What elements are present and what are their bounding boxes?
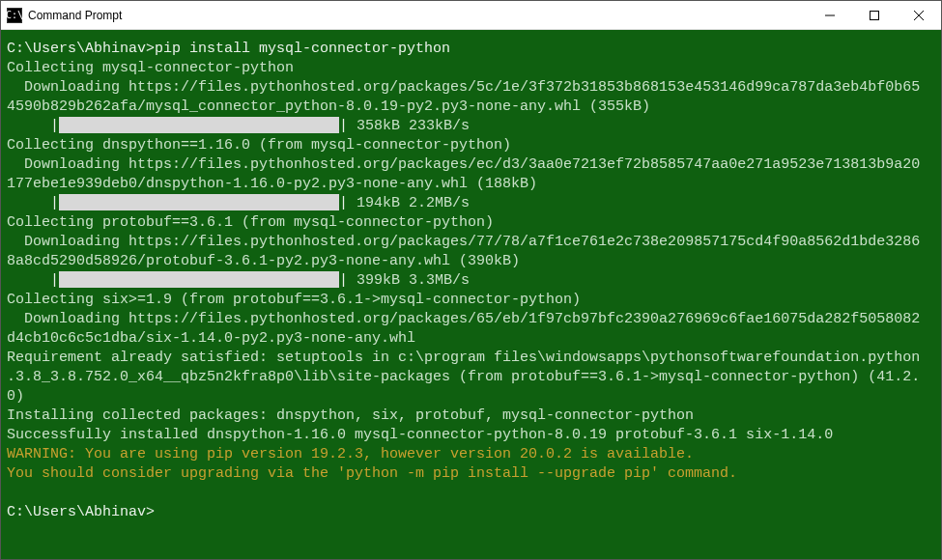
progress-bar: [59, 117, 339, 133]
output-line: Downloading https://files.pythonhosted.o…: [7, 234, 920, 250]
titlebar[interactable]: C:\ Command Prompt: [1, 1, 941, 30]
command-prompt-window: C:\ Command Prompt C:\Users\Abhinav>pip …: [0, 0, 942, 560]
warning-line: WARNING: You are using pip version 19.2.…: [7, 446, 694, 462]
output-line: Collecting protobuf==3.6.1 (from mysql-c…: [7, 214, 494, 231]
progress-line: || 399kB 3.3MB/s: [7, 271, 933, 291]
window-title: Command Prompt: [28, 9, 808, 22]
window-controls: [808, 1, 941, 29]
progress-bar: [59, 194, 339, 210]
maximize-button[interactable]: [852, 1, 897, 29]
close-button[interactable]: [897, 1, 941, 29]
bar-prefix: |: [7, 195, 59, 211]
bar-prefix: |: [7, 272, 59, 289]
output-line: Installing collected packages: dnspython…: [7, 407, 694, 424]
progress-line: || 358kB 233kB/s: [7, 117, 933, 136]
prompt: C:\Users\Abhinav>: [7, 504, 155, 520]
output-line: Downloading https://files.pythonhosted.o…: [7, 156, 920, 173]
bar-suffix: |: [339, 195, 348, 211]
output-line: Successfully installed dnspython-1.16.0 …: [7, 427, 833, 443]
output-line: Downloading https://files.pythonhosted.o…: [7, 79, 920, 96]
output-line: Downloading https://files.pythonhosted.o…: [7, 311, 920, 327]
output-line: 0): [7, 388, 24, 405]
output-line: Requirement already satisfied: setuptool…: [7, 350, 920, 366]
output-line: 8a8cd5290d58926/protobuf-3.6.1-py2.py3-n…: [7, 253, 520, 269]
cmd-icon: C:\: [7, 8, 22, 23]
output-line: 4590b829b262afa/mysql_connector_python-8…: [7, 98, 650, 115]
progress-line: || 194kB 2.2MB/s: [7, 194, 933, 213]
progress-stats: 194kB 2.2MB/s: [348, 195, 470, 211]
output-line: Collecting six>=1.9 (from protobuf==3.6.…: [7, 292, 581, 308]
terminal-output[interactable]: C:\Users\Abhinav>pip install mysql-conne…: [1, 30, 941, 559]
output-line: Collecting dnspython==1.16.0 (from mysql…: [7, 137, 511, 154]
bar-prefix: |: [7, 118, 59, 134]
progress-stats: 358kB 233kB/s: [348, 118, 470, 134]
bar-suffix: |: [339, 118, 348, 134]
output-line: Collecting mysql-connector-python: [7, 60, 294, 76]
output-line: d4cb10c6c5c1dba/six-1.14.0-py2.py3-none-…: [7, 330, 415, 347]
bar-suffix: |: [339, 272, 348, 289]
output-line: .3.8_3.8.752.0_x64__qbz5n2kfra8p0\lib\si…: [7, 369, 920, 385]
output-line: 177ebe1e939deb0/dnspython-1.16.0-py2.py3…: [7, 176, 537, 192]
warning-line: You should consider upgrading via the 'p…: [7, 465, 737, 482]
minimize-button[interactable]: [808, 1, 852, 29]
svg-rect-1: [871, 11, 879, 19]
command-text: pip install mysql-connector-python: [155, 41, 450, 57]
prompt: C:\Users\Abhinav>: [7, 41, 155, 57]
progress-bar: [59, 271, 339, 288]
progress-stats: 399kB 3.3MB/s: [348, 272, 470, 289]
